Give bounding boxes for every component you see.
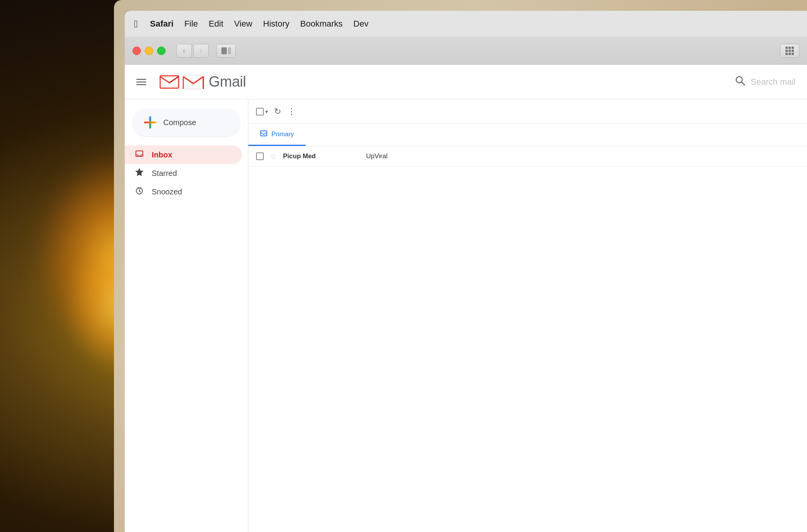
select-all-checkbox-wrap[interactable]: ▾ [256, 108, 268, 115]
email-star-icon[interactable]: ☆ [270, 152, 277, 161]
svg-line-4 [169, 77, 179, 83]
menu-button[interactable] [136, 74, 153, 90]
laptop-frame:  Safari File Edit View History Bookmark… [114, 0, 807, 532]
clock-icon [134, 186, 145, 197]
menubar-view[interactable]: View [229, 17, 258, 31]
apple-menu-icon[interactable]:  [134, 18, 138, 30]
gmail-m-icon [159, 74, 179, 90]
more-options-button[interactable]: ⋮ [287, 107, 296, 117]
grid-icon [785, 47, 794, 55]
search-placeholder[interactable]: Search mail [751, 77, 795, 87]
tab-primary[interactable]: Primary [248, 124, 306, 146]
compose-label: Compose [163, 118, 196, 127]
compose-button[interactable]: Compose [132, 109, 240, 136]
sidebar-toggle-icon [221, 47, 231, 54]
svg-line-3 [160, 77, 169, 83]
svg-rect-10 [136, 151, 143, 156]
menubar-safari[interactable]: Safari [145, 17, 179, 31]
inbox-label: Inbox [152, 151, 172, 159]
search-icon [735, 75, 745, 89]
gmail-wordmark: Gmail [209, 74, 246, 90]
category-tabs: Primary [248, 124, 807, 146]
inbox-icon [134, 149, 145, 160]
email-toolbar: ▾ ↻ ⋮ [248, 99, 807, 124]
refresh-button[interactable]: ↻ [274, 107, 281, 117]
primary-tab-label: Primary [271, 130, 294, 138]
email-checkbox[interactable] [256, 152, 264, 160]
back-icon: ‹ [183, 46, 186, 55]
fullscreen-window-button[interactable] [157, 47, 166, 55]
menubar-history[interactable]: History [258, 17, 295, 31]
extensions-button[interactable] [780, 44, 799, 58]
menubar-edit[interactable]: Edit [203, 17, 229, 31]
forward-button[interactable]: › [193, 44, 209, 58]
forward-icon: › [200, 46, 203, 55]
hamburger-icon [136, 79, 146, 80]
menubar:  Safari File Edit View History Bookmark… [125, 11, 807, 37]
minimize-window-button[interactable] [145, 47, 153, 55]
hamburger-icon [136, 82, 146, 82]
search-area: Search mail [735, 75, 795, 89]
sidebar-item-inbox[interactable]: Inbox [125, 146, 242, 164]
gmail-logo-m [182, 74, 204, 90]
sidebar-item-starred[interactable]: Starred [125, 164, 242, 182]
gmail-header: Gmail Search mail [125, 65, 807, 99]
traffic-lights [132, 47, 166, 55]
browser-chrome: ‹ › [125, 37, 807, 65]
sidebar: Compose Inbox [125, 99, 248, 532]
svg-line-14 [139, 191, 141, 192]
gmail-logo: Gmail [159, 74, 246, 90]
sidebar-toggle-button[interactable] [216, 44, 236, 58]
email-row[interactable]: ☆ Picup Med UpViral [248, 146, 807, 167]
svg-marker-11 [136, 169, 143, 176]
menubar-bookmarks[interactable]: Bookmarks [295, 17, 348, 31]
svg-line-9 [742, 82, 745, 85]
svg-rect-17 [261, 131, 267, 136]
email-subject: UpViral [366, 152, 799, 160]
compose-plus-icon [144, 116, 156, 129]
back-button[interactable]: ‹ [176, 44, 192, 58]
primary-tab-icon [260, 130, 268, 139]
select-dropdown-arrow[interactable]: ▾ [265, 109, 268, 115]
star-icon [134, 168, 145, 179]
gmail-content: Gmail Search mail [125, 65, 807, 532]
menubar-dev[interactable]: Dev [348, 17, 374, 31]
svg-rect-5 [183, 75, 203, 89]
close-window-button[interactable] [132, 47, 141, 55]
snoozed-label: Snoozed [152, 187, 182, 196]
sidebar-item-snoozed[interactable]: Snoozed [125, 182, 242, 201]
gmail-body: Compose Inbox [125, 99, 807, 532]
menubar-file[interactable]: File [179, 17, 203, 31]
screen:  Safari File Edit View History Bookmark… [125, 11, 807, 532]
main-content: ▾ ↻ ⋮ [248, 99, 807, 532]
email-sender: Picup Med [283, 152, 360, 160]
starred-label: Starred [152, 169, 177, 178]
select-all-checkbox[interactable] [256, 108, 264, 115]
hamburger-icon [136, 84, 146, 85]
nav-buttons: ‹ › [176, 44, 209, 58]
